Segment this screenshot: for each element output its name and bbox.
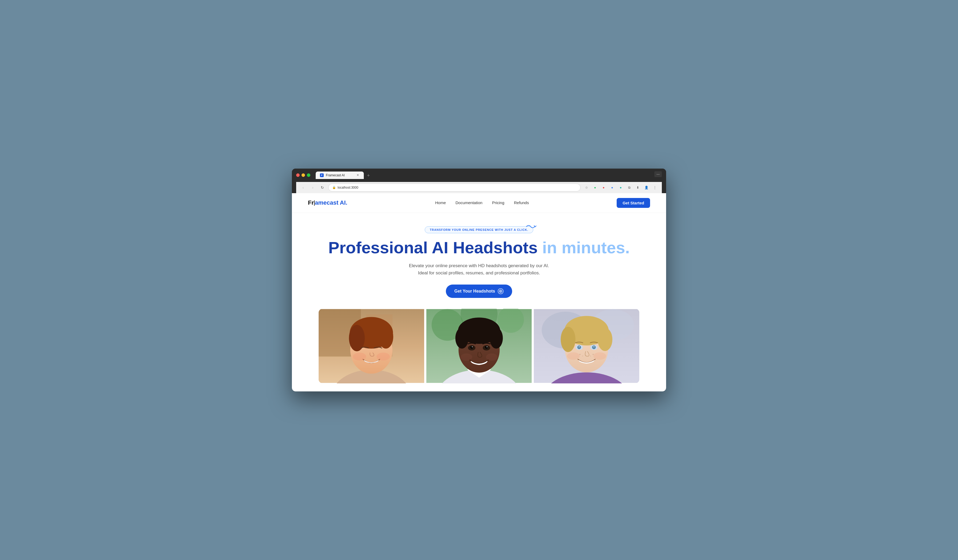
- extension-blue-button[interactable]: ●: [608, 184, 616, 191]
- hero-cta-button[interactable]: Get Your Headshots: [446, 285, 512, 298]
- browser-window: F Framecast AI ✕ + — ‹ › ↻ 🔒 localho: [292, 169, 666, 392]
- svg-point-21: [455, 327, 468, 349]
- svg-point-10: [379, 325, 393, 349]
- squiggle-arrow-icon: [525, 224, 538, 231]
- minimize-traffic-light[interactable]: [301, 173, 305, 177]
- hero-cta-label: Get Your Headshots: [454, 289, 495, 294]
- close-traffic-light[interactable]: [296, 173, 300, 177]
- hero-badge-wrapper: TRANSFORM YOUR ONLINE PRESENCE WITH JUST…: [303, 226, 655, 233]
- svg-point-43: [592, 345, 596, 349]
- cta-sparkle-icon: [498, 288, 504, 294]
- svg-point-29: [460, 353, 472, 361]
- traffic-lights: [296, 173, 310, 177]
- nav-home-link[interactable]: Home: [435, 200, 446, 205]
- svg-point-51: [593, 353, 606, 360]
- browser-titlebar: F Framecast AI ✕ + —: [296, 171, 662, 179]
- back-button[interactable]: ‹: [300, 184, 307, 191]
- get-started-button[interactable]: Get Started: [617, 198, 650, 208]
- gallery-item-2: [426, 308, 532, 383]
- headshot-gallery: [319, 308, 639, 383]
- svg-point-45: [593, 346, 595, 347]
- gallery-item-3: [534, 308, 639, 383]
- bookmark-button[interactable]: ☆: [583, 184, 590, 191]
- nav-links: Home Documentation Pricing Refunds: [435, 200, 529, 205]
- window-minimize-button[interactable]: —: [654, 171, 662, 177]
- download-button[interactable]: ⬇: [634, 184, 642, 191]
- hero-badge: TRANSFORM YOUR ONLINE PRESENCE WITH JUST…: [425, 226, 533, 233]
- extension-green-button[interactable]: ●: [591, 184, 599, 191]
- extension-red-button[interactable]: ●: [600, 184, 607, 191]
- maximize-traffic-light[interactable]: [307, 173, 310, 177]
- person-1-image: [319, 308, 424, 383]
- svg-point-12: [377, 353, 390, 361]
- svg-point-49: [590, 356, 591, 356]
- svg-point-47: [582, 356, 583, 356]
- extension-teal-button[interactable]: ●: [617, 184, 624, 191]
- svg-point-39: [598, 328, 612, 351]
- tab-favicon: F: [320, 173, 324, 177]
- svg-point-50: [567, 353, 580, 360]
- hero-subtitle-line2: Ideal for social profiles, resumes, and …: [418, 271, 540, 275]
- site-navigation: Framecast AI. Home Documentation Pricing…: [292, 193, 666, 213]
- svg-point-25: [470, 346, 473, 349]
- website-content: Framecast AI. Home Documentation Pricing…: [292, 193, 666, 392]
- hero-title-dark: Professional AI Headshots: [328, 238, 538, 257]
- svg-point-26: [485, 346, 488, 349]
- svg-point-42: [577, 345, 581, 349]
- hero-title: Professional AI Headshots in minutes.: [303, 239, 655, 257]
- nav-pricing-link[interactable]: Pricing: [492, 200, 504, 205]
- address-text: localhost:3000: [338, 186, 577, 190]
- svg-point-46: [579, 354, 581, 355]
- hero-subtitle-line1: Elevate your online presence with HD hea…: [409, 263, 549, 268]
- new-tab-button[interactable]: +: [365, 173, 372, 179]
- browser-chrome: F Framecast AI ✕ + — ‹ › ↻ 🔒 localho: [292, 169, 666, 193]
- browser-tabs: F Framecast AI ✕ +: [316, 171, 651, 179]
- address-bar[interactable]: 🔒 localhost:3000: [328, 184, 581, 191]
- logo-cursor-icon: [314, 200, 315, 206]
- gallery-item-1: [319, 308, 424, 383]
- forward-button[interactable]: ›: [309, 184, 316, 191]
- logo-text-1: Fr: [308, 199, 314, 206]
- extensions-button[interactable]: ⧉: [625, 184, 633, 191]
- hero-section: TRANSFORM YOUR ONLINE PRESENCE WITH JUST…: [292, 213, 666, 392]
- svg-point-48: [593, 354, 594, 355]
- browser-nav-bar: ‹ › ↻ 🔒 localhost:3000 ☆ ● ● ● ● ⧉ ⬇ 👤 ⋮: [296, 182, 662, 193]
- svg-point-11: [353, 353, 366, 361]
- nav-documentation-link[interactable]: Documentation: [455, 200, 482, 205]
- nav-refunds-link[interactable]: Refunds: [514, 200, 529, 205]
- svg-point-27: [471, 346, 473, 347]
- hero-title-light: in minutes.: [538, 238, 630, 257]
- reload-button[interactable]: ↻: [319, 184, 326, 191]
- person-2-image: [426, 308, 532, 383]
- svg-point-30: [486, 353, 498, 361]
- hero-subtitle: Elevate your online presence with HD hea…: [303, 262, 655, 277]
- svg-point-28: [487, 346, 487, 347]
- menu-button[interactable]: ⋮: [651, 184, 658, 191]
- profile-button[interactable]: 👤: [642, 184, 650, 191]
- logo-text-2: amecast AI.: [315, 199, 347, 206]
- person-3-image: [534, 308, 639, 383]
- browser-tab-active[interactable]: F Framecast AI ✕: [316, 171, 364, 179]
- lock-icon: 🔒: [332, 186, 336, 189]
- tab-title: Framecast AI: [326, 173, 354, 177]
- svg-point-44: [579, 346, 580, 347]
- svg-point-38: [561, 327, 576, 352]
- site-logo: Framecast AI.: [308, 199, 347, 206]
- tab-close-button[interactable]: ✕: [356, 173, 360, 177]
- svg-point-22: [489, 327, 503, 349]
- browser-actions: ☆ ● ● ● ● ⧉ ⬇ 👤 ⋮: [583, 184, 658, 191]
